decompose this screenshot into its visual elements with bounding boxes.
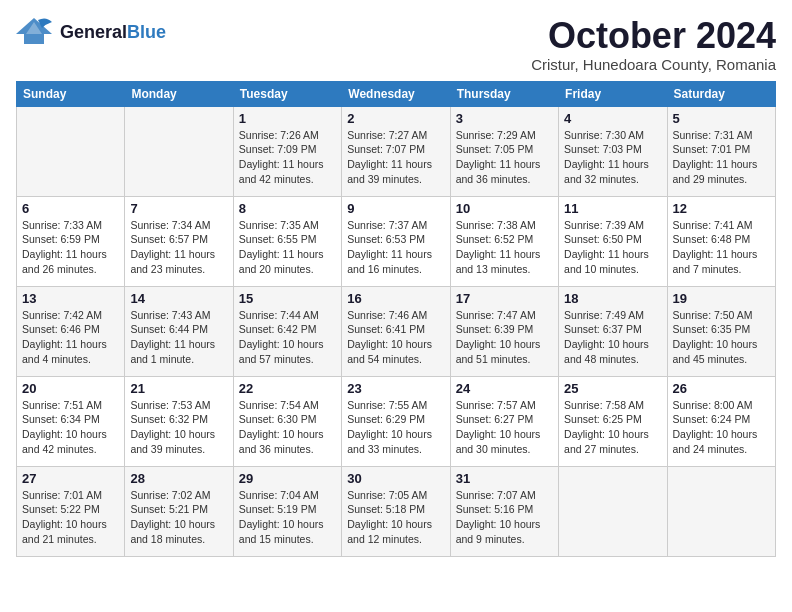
calendar-cell — [17, 106, 125, 196]
calendar-cell — [559, 466, 667, 556]
day-header-wednesday: Wednesday — [342, 81, 450, 106]
calendar-header-row: SundayMondayTuesdayWednesdayThursdayFrid… — [17, 81, 776, 106]
day-info: Sunrise: 7:31 AM Sunset: 7:01 PM Dayligh… — [673, 128, 770, 187]
calendar-cell: 23Sunrise: 7:55 AM Sunset: 6:29 PM Dayli… — [342, 376, 450, 466]
calendar-cell: 15Sunrise: 7:44 AM Sunset: 6:42 PM Dayli… — [233, 286, 341, 376]
day-info: Sunrise: 7:04 AM Sunset: 5:19 PM Dayligh… — [239, 488, 336, 547]
calendar-cell — [125, 106, 233, 196]
day-number: 6 — [22, 201, 119, 216]
location-title: Cristur, Hunedoara County, Romania — [531, 56, 776, 73]
calendar-cell: 14Sunrise: 7:43 AM Sunset: 6:44 PM Dayli… — [125, 286, 233, 376]
day-info: Sunrise: 7:02 AM Sunset: 5:21 PM Dayligh… — [130, 488, 227, 547]
day-number: 22 — [239, 381, 336, 396]
calendar-cell: 13Sunrise: 7:42 AM Sunset: 6:46 PM Dayli… — [17, 286, 125, 376]
calendar-table: SundayMondayTuesdayWednesdayThursdayFrid… — [16, 81, 776, 557]
day-info: Sunrise: 7:05 AM Sunset: 5:18 PM Dayligh… — [347, 488, 444, 547]
calendar-body: 1Sunrise: 7:26 AM Sunset: 7:09 PM Daylig… — [17, 106, 776, 556]
day-number: 10 — [456, 201, 553, 216]
logo-blue: Blue — [127, 22, 166, 42]
day-info: Sunrise: 7:38 AM Sunset: 6:52 PM Dayligh… — [456, 218, 553, 277]
day-number: 12 — [673, 201, 770, 216]
day-info: Sunrise: 7:54 AM Sunset: 6:30 PM Dayligh… — [239, 398, 336, 457]
calendar-cell: 8Sunrise: 7:35 AM Sunset: 6:55 PM Daylig… — [233, 196, 341, 286]
day-info: Sunrise: 7:55 AM Sunset: 6:29 PM Dayligh… — [347, 398, 444, 457]
day-number: 13 — [22, 291, 119, 306]
calendar-cell: 2Sunrise: 7:27 AM Sunset: 7:07 PM Daylig… — [342, 106, 450, 196]
logo-general: General — [60, 22, 127, 42]
day-number: 27 — [22, 471, 119, 486]
day-header-sunday: Sunday — [17, 81, 125, 106]
day-number: 3 — [456, 111, 553, 126]
calendar-cell: 5Sunrise: 7:31 AM Sunset: 7:01 PM Daylig… — [667, 106, 775, 196]
day-number: 25 — [564, 381, 661, 396]
day-info: Sunrise: 7:01 AM Sunset: 5:22 PM Dayligh… — [22, 488, 119, 547]
day-number: 15 — [239, 291, 336, 306]
day-info: Sunrise: 7:37 AM Sunset: 6:53 PM Dayligh… — [347, 218, 444, 277]
day-number: 28 — [130, 471, 227, 486]
calendar-week-4: 20Sunrise: 7:51 AM Sunset: 6:34 PM Dayli… — [17, 376, 776, 466]
day-info: Sunrise: 7:39 AM Sunset: 6:50 PM Dayligh… — [564, 218, 661, 277]
day-number: 11 — [564, 201, 661, 216]
calendar-cell: 9Sunrise: 7:37 AM Sunset: 6:53 PM Daylig… — [342, 196, 450, 286]
day-info: Sunrise: 7:53 AM Sunset: 6:32 PM Dayligh… — [130, 398, 227, 457]
day-number: 5 — [673, 111, 770, 126]
calendar-week-3: 13Sunrise: 7:42 AM Sunset: 6:46 PM Dayli… — [17, 286, 776, 376]
day-number: 18 — [564, 291, 661, 306]
calendar-cell: 20Sunrise: 7:51 AM Sunset: 6:34 PM Dayli… — [17, 376, 125, 466]
calendar-cell: 6Sunrise: 7:33 AM Sunset: 6:59 PM Daylig… — [17, 196, 125, 286]
day-info: Sunrise: 7:43 AM Sunset: 6:44 PM Dayligh… — [130, 308, 227, 367]
day-info: Sunrise: 8:00 AM Sunset: 6:24 PM Dayligh… — [673, 398, 770, 457]
page-header: GeneralBlue October 2024 Cristur, Hunedo… — [16, 16, 776, 73]
day-info: Sunrise: 7:57 AM Sunset: 6:27 PM Dayligh… — [456, 398, 553, 457]
day-number: 4 — [564, 111, 661, 126]
calendar-cell: 4Sunrise: 7:30 AM Sunset: 7:03 PM Daylig… — [559, 106, 667, 196]
day-header-monday: Monday — [125, 81, 233, 106]
day-header-saturday: Saturday — [667, 81, 775, 106]
calendar-cell: 26Sunrise: 8:00 AM Sunset: 6:24 PM Dayli… — [667, 376, 775, 466]
calendar-cell: 22Sunrise: 7:54 AM Sunset: 6:30 PM Dayli… — [233, 376, 341, 466]
day-number: 31 — [456, 471, 553, 486]
day-info: Sunrise: 7:44 AM Sunset: 6:42 PM Dayligh… — [239, 308, 336, 367]
calendar-cell: 3Sunrise: 7:29 AM Sunset: 7:05 PM Daylig… — [450, 106, 558, 196]
calendar-week-5: 27Sunrise: 7:01 AM Sunset: 5:22 PM Dayli… — [17, 466, 776, 556]
day-number: 9 — [347, 201, 444, 216]
day-info: Sunrise: 7:51 AM Sunset: 6:34 PM Dayligh… — [22, 398, 119, 457]
day-number: 2 — [347, 111, 444, 126]
day-number: 17 — [456, 291, 553, 306]
calendar-cell — [667, 466, 775, 556]
day-number: 14 — [130, 291, 227, 306]
day-number: 29 — [239, 471, 336, 486]
calendar-cell: 1Sunrise: 7:26 AM Sunset: 7:09 PM Daylig… — [233, 106, 341, 196]
day-number: 1 — [239, 111, 336, 126]
day-header-tuesday: Tuesday — [233, 81, 341, 106]
calendar-cell: 18Sunrise: 7:49 AM Sunset: 6:37 PM Dayli… — [559, 286, 667, 376]
day-info: Sunrise: 7:58 AM Sunset: 6:25 PM Dayligh… — [564, 398, 661, 457]
day-number: 8 — [239, 201, 336, 216]
day-info: Sunrise: 7:34 AM Sunset: 6:57 PM Dayligh… — [130, 218, 227, 277]
calendar-cell: 10Sunrise: 7:38 AM Sunset: 6:52 PM Dayli… — [450, 196, 558, 286]
calendar-cell: 25Sunrise: 7:58 AM Sunset: 6:25 PM Dayli… — [559, 376, 667, 466]
calendar-cell: 27Sunrise: 7:01 AM Sunset: 5:22 PM Dayli… — [17, 466, 125, 556]
calendar-cell: 12Sunrise: 7:41 AM Sunset: 6:48 PM Dayli… — [667, 196, 775, 286]
calendar-cell: 24Sunrise: 7:57 AM Sunset: 6:27 PM Dayli… — [450, 376, 558, 466]
day-info: Sunrise: 7:50 AM Sunset: 6:35 PM Dayligh… — [673, 308, 770, 367]
calendar-cell: 21Sunrise: 7:53 AM Sunset: 6:32 PM Dayli… — [125, 376, 233, 466]
title-block: October 2024 Cristur, Hunedoara County, … — [531, 16, 776, 73]
day-info: Sunrise: 7:30 AM Sunset: 7:03 PM Dayligh… — [564, 128, 661, 187]
day-info: Sunrise: 7:47 AM Sunset: 6:39 PM Dayligh… — [456, 308, 553, 367]
day-number: 24 — [456, 381, 553, 396]
day-number: 26 — [673, 381, 770, 396]
day-info: Sunrise: 7:26 AM Sunset: 7:09 PM Dayligh… — [239, 128, 336, 187]
day-number: 20 — [22, 381, 119, 396]
day-header-thursday: Thursday — [450, 81, 558, 106]
day-number: 19 — [673, 291, 770, 306]
calendar-week-2: 6Sunrise: 7:33 AM Sunset: 6:59 PM Daylig… — [17, 196, 776, 286]
day-info: Sunrise: 7:33 AM Sunset: 6:59 PM Dayligh… — [22, 218, 119, 277]
day-info: Sunrise: 7:27 AM Sunset: 7:07 PM Dayligh… — [347, 128, 444, 187]
logo: GeneralBlue — [16, 16, 166, 50]
day-number: 16 — [347, 291, 444, 306]
day-number: 30 — [347, 471, 444, 486]
day-header-friday: Friday — [559, 81, 667, 106]
calendar-cell: 7Sunrise: 7:34 AM Sunset: 6:57 PM Daylig… — [125, 196, 233, 286]
day-number: 23 — [347, 381, 444, 396]
